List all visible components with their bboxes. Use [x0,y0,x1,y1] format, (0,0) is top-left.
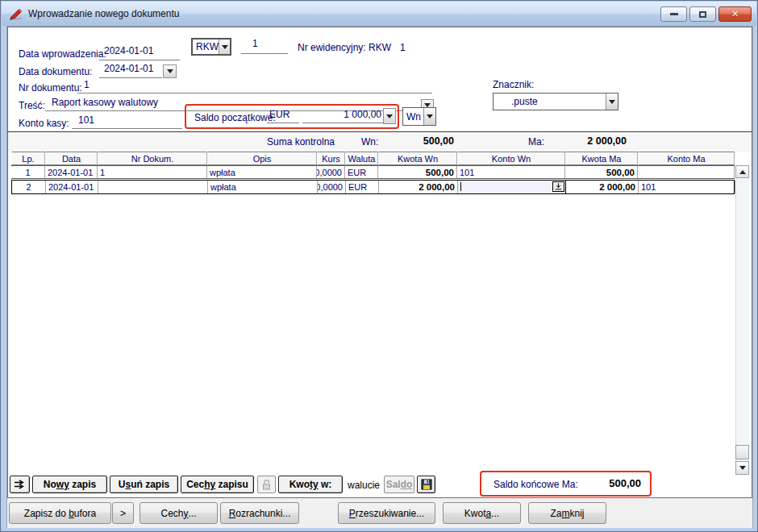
column-header-data[interactable]: Data [45,152,98,165]
saldo-poczatkowe-label: Saldo początkowe: [194,112,276,123]
cell-lp: 1 [11,166,45,178]
saldo-side-dropdown-button[interactable] [423,108,435,125]
double-arrow-right-icon [14,480,27,489]
arrow-down-icon [739,466,746,470]
vertical-scrollbar-track[interactable] [735,165,749,475]
przeszukiwanie-button[interactable]: Przeszukiwanie... [338,502,435,524]
znacznik-value: .puste [494,96,606,107]
label-pre: U [119,479,126,490]
close-button[interactable]: ✕ [718,6,752,22]
label-key: a [485,508,491,519]
data-dokumentu-dropdown-button[interactable] [163,64,177,78]
maximize-button[interactable] [689,6,716,22]
chevron-down-icon [424,103,431,107]
padlock-icon [262,480,271,490]
label-key: hy [204,479,215,490]
cell-data: 2024-01-01 [46,181,98,193]
label-pre: Kwot [464,508,486,519]
saldo-poczatkowe-currency-field[interactable]: EUR [267,109,299,123]
lock-button[interactable] [257,476,276,493]
cell-opis: wpłata [207,166,317,178]
save-button[interactable] [417,476,435,493]
cechy-zapisu-button[interactable]: Cechy zapisu [181,476,254,493]
column-header-opis[interactable]: Opis [207,152,317,165]
label-post: uń zapis [131,479,169,490]
scroll-down-button[interactable] [735,461,749,475]
kwoty-w-button[interactable]: Kwoty w: [278,476,343,493]
data-dokumentu-field[interactable]: 2024-01-01 [99,63,162,78]
label-pre: Sal [386,479,401,490]
konto-kasy-field[interactable]: 101 [72,114,182,129]
account-picker-button[interactable] [552,181,564,192]
column-header-konto-ma[interactable]: Konto Ma [638,152,735,165]
table-row-active[interactable]: 2 2024-01-01 wpłata 0,0000 EUR 2 000,00 … [11,180,735,194]
chevron-down-icon [609,100,615,104]
label-pre: Za [550,508,561,519]
suma-kontrolna-label: Suma kontrolna [267,136,335,148]
label-pre: Cec [186,479,204,490]
znacznik-dropdown-button[interactable] [606,94,618,110]
table-row[interactable]: 1 2024-01-01 1 wpłata 0,0000 EUR 500,00 … [11,165,735,179]
data-wprowadzenia-field[interactable]: 2024-01-01 [99,45,180,60]
chevron-down-icon [167,69,173,73]
nowy-zapis-button[interactable]: Nowy zapis [32,476,107,493]
cechy-button[interactable]: Cechy... [140,502,218,524]
nr-dokumentu-field[interactable]: 1 [77,79,432,94]
column-header-kwota-ma[interactable]: Kwota Ma [565,152,638,165]
label-post: ... [189,508,197,519]
minimize-button[interactable] [660,6,687,22]
cell-lp: 2 [12,181,46,193]
column-header-nr-dokum[interactable]: Nr Dokum. [98,152,207,165]
maximize-icon [699,11,706,18]
column-header-konto-wn[interactable]: Konto Wn [457,152,565,165]
cell-kwota-wn: 500,00 [378,166,457,178]
scroll-up-button[interactable] [735,165,749,178]
suma-ma-value: 2 000,00 [557,135,627,147]
saldo-poczatkowe-value-field[interactable]: 1 000,00 [302,109,383,123]
label-key: ty [310,479,319,490]
cell-kwota-ma: 2 000,00 [566,181,639,193]
label-key: R [229,508,236,519]
label-pre: Cech [160,508,183,519]
chevron-down-icon [386,114,393,118]
column-header-lp[interactable]: Lp. [11,152,45,165]
column-header-kurs[interactable]: Kurs [317,152,345,165]
typ-dokumentu-dropdown-button[interactable] [219,39,230,54]
saldo-button[interactable]: Saldo [384,476,414,493]
label-key: s [125,479,131,490]
saldo-side-value: Wn [403,111,423,123]
label-post: zapisu [215,479,248,490]
cell-kwota-wn: 2 000,00 [379,181,458,193]
typ-dokumentu-value: RKW [193,41,219,52]
label-key: do [401,479,413,490]
saldo-poczatkowe-dropdown-button[interactable] [383,108,396,124]
column-header-waluta[interactable]: Waluta [345,152,378,165]
titlebar: Wprowadzanie nowego dokumentu ✕ [2,2,756,26]
goto-entries-button[interactable] [10,476,30,493]
zamknij-button[interactable]: Zamknij [528,502,606,524]
cell-konto-wn-edit[interactable] [458,181,566,193]
kwota-button[interactable]: Kwota... [443,502,521,524]
scrollbar-thumb[interactable] [735,445,749,459]
zapisz-do-bufora-button[interactable]: Zapisz do bufora [9,502,111,524]
chevron-down-icon [427,114,433,118]
label-pre: No [44,479,56,490]
data-wprowadzenia-label: Data wprowadzenia: [19,48,106,60]
cell-data: 2024-01-01 [45,166,98,178]
label-pre: Zapisz do [24,508,69,519]
znacznik-label: Znacznik: [493,79,534,90]
saldo-koncowe-label: Saldo końcowe Ma: [494,479,578,490]
numer-field[interactable]: 1 [241,38,288,54]
cell-nr-dokum [98,181,208,193]
walucie-label: walucie [348,480,380,491]
text-caret [460,182,461,191]
usun-zapis-button[interactable]: Usuń zapis [110,476,178,493]
more-save-options-button[interactable]: > [112,502,134,524]
column-header-kwota-wn[interactable]: Kwota Wn [378,152,457,165]
znacznik-combo[interactable]: .puste [493,93,618,110]
saldo-side-combo[interactable]: Wn [402,107,436,126]
typ-dokumentu-combo[interactable]: RKW [191,38,231,56]
label-key: m [562,508,570,519]
label-key: wy [56,479,69,490]
rozrachunki-button[interactable]: Rozrachunki... [220,502,299,524]
